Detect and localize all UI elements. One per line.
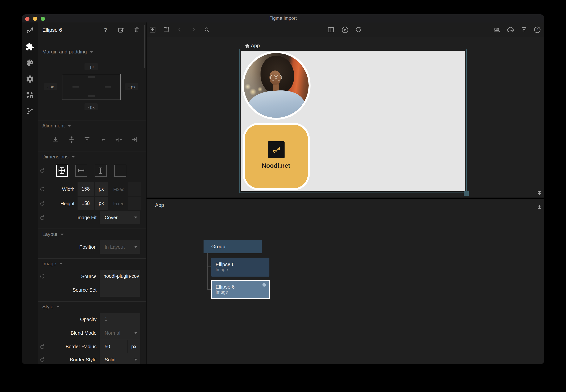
chevron-down-icon: [134, 332, 137, 334]
app-window: Figma Import: [22, 14, 544, 364]
portrait-glasses: [276, 75, 282, 81]
padding-bottom-field[interactable]: [88, 95, 95, 97]
chevron-down-icon: [72, 156, 75, 157]
height-mode-label[interactable]: Fixed: [113, 201, 125, 206]
size-mode-width-button[interactable]: [75, 164, 87, 176]
align-bottom-icon[interactable]: [51, 135, 60, 144]
canvas-breadcrumb[interactable]: App: [251, 43, 260, 48]
margin-right-field[interactable]: - px: [125, 83, 138, 90]
border-radius-label: Border Radius: [37, 344, 97, 350]
help-icon[interactable]: ?: [101, 25, 110, 34]
align-left-icon[interactable]: [99, 135, 107, 144]
section-margin-padding[interactable]: Margin and padding: [42, 49, 93, 55]
noodl-card-logo: [268, 141, 285, 158]
section-alignment[interactable]: Alignment: [42, 123, 71, 128]
section-layout[interactable]: Layout: [42, 232, 64, 237]
chevron-down-icon: [90, 51, 93, 53]
border-radius-unit-button[interactable]: px: [127, 340, 140, 353]
border-radius-input[interactable]: 50: [100, 340, 127, 353]
collapse-up-icon[interactable]: [535, 189, 544, 197]
divider: [38, 301, 146, 302]
canvas-resize-handle[interactable]: [464, 190, 469, 196]
edit-icon[interactable]: [117, 25, 125, 34]
reset-icon[interactable]: [40, 168, 45, 173]
chevron-down-icon: [59, 263, 62, 265]
noodl-logo-icon[interactable]: [24, 25, 35, 36]
graph-node-ellipse-1[interactable]: Ellipse 6 Image: [211, 257, 269, 276]
refresh-icon[interactable]: [354, 25, 363, 34]
width-extra-button[interactable]: [128, 182, 141, 196]
section-image[interactable]: Image: [42, 261, 62, 266]
source-set-label: Source Set: [37, 287, 97, 293]
border-style-label: Border Style: [37, 357, 97, 362]
height-input[interactable]: 158: [77, 196, 94, 210]
help-circle-icon[interactable]: ?: [533, 25, 542, 34]
source-set-input[interactable]: [100, 283, 140, 297]
minimize-window-button[interactable]: [33, 16, 37, 21]
close-window-button[interactable]: [25, 16, 29, 21]
sidebar-item-plugins[interactable]: [24, 42, 35, 52]
padding-left-field[interactable]: [73, 86, 79, 87]
graph-node-group[interactable]: Group: [203, 239, 262, 253]
import-search-icon[interactable]: [162, 25, 170, 34]
collaborators-icon[interactable]: [492, 25, 501, 34]
portrait-glasses: [270, 75, 276, 81]
svg-text:?: ?: [536, 28, 538, 32]
node-connection: [207, 253, 208, 290]
width-unit-button[interactable]: px: [94, 182, 108, 196]
align-right-icon[interactable]: [131, 135, 139, 144]
padding-top-field[interactable]: [88, 76, 95, 78]
delete-icon[interactable]: [132, 25, 141, 34]
margin-top-field[interactable]: - px: [85, 63, 98, 70]
height-unit-button[interactable]: px: [94, 196, 108, 210]
size-mode-none-button[interactable]: [114, 164, 126, 176]
position-label: Position: [37, 244, 97, 250]
section-style[interactable]: Style: [42, 304, 60, 309]
sidebar-item-styles[interactable]: [24, 57, 35, 68]
cloud-functions-icon[interactable]: [506, 25, 514, 34]
chevron-down-icon: [134, 246, 137, 248]
deploy-upload-icon[interactable]: [520, 25, 528, 34]
padding-right-field[interactable]: [105, 86, 111, 87]
size-mode-height-button[interactable]: [95, 164, 107, 176]
width-mode-label[interactable]: Fixed: [113, 186, 125, 192]
ellipse-portrait-image[interactable]: [242, 51, 310, 120]
margin-left-field[interactable]: - px: [44, 83, 57, 90]
search-icon[interactable]: [203, 25, 211, 34]
panel-scrollbar[interactable]: [144, 25, 145, 68]
noodl-card-title: Noodl.net: [243, 162, 310, 169]
border-style-select[interactable]: Solid: [100, 353, 140, 364]
divider: [38, 151, 146, 152]
align-horizontal-center-icon[interactable]: [115, 135, 123, 144]
margin-bottom-field[interactable]: - px: [85, 103, 98, 110]
nav-back-icon[interactable]: [175, 25, 184, 34]
size-mode-both-button[interactable]: [56, 164, 68, 176]
height-extra-button[interactable]: [128, 196, 141, 210]
sidebar-item-version-control[interactable]: [24, 106, 35, 117]
preview-play-icon[interactable]: [341, 25, 349, 34]
source-label: Source: [37, 274, 97, 279]
opacity-input[interactable]: 1: [100, 312, 140, 326]
width-label: Width: [37, 186, 74, 192]
sidebar-item-components[interactable]: [24, 89, 35, 100]
nav-forward-icon[interactable]: [189, 25, 198, 34]
title-bar[interactable]: Figma Import: [22, 14, 544, 23]
divider: [38, 228, 146, 229]
align-vertical-center-icon[interactable]: [67, 135, 76, 144]
chevron-down-icon: [60, 234, 64, 235]
graph-header: App: [155, 203, 164, 208]
chevron-down-icon: [68, 125, 71, 126]
zoom-window-button[interactable]: [41, 16, 45, 21]
source-input[interactable]: noodl-plugin-cov: [100, 269, 140, 283]
divider: [38, 258, 146, 259]
window-title: Figma Import: [22, 14, 544, 22]
split-view-icon[interactable]: [327, 25, 335, 34]
sidebar-item-settings[interactable]: [24, 74, 35, 84]
align-top-icon[interactable]: [83, 135, 91, 144]
collapse-down-icon[interactable]: [535, 203, 544, 211]
section-dimensions[interactable]: Dimensions: [42, 154, 75, 159]
graph-node-ellipse-2-selected[interactable]: Ellipse 6 Image: [211, 280, 270, 299]
width-input[interactable]: 158: [77, 182, 94, 196]
divider: [38, 120, 146, 120]
add-node-icon[interactable]: [148, 25, 157, 34]
